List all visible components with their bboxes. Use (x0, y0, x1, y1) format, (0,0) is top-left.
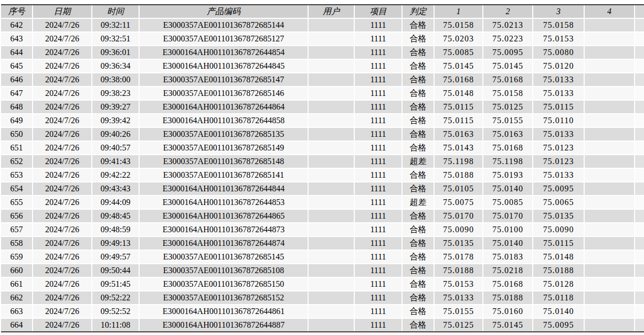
cell-code: E3000164AH001101367872644845 (139, 59, 308, 73)
cell-judge: 合格 (402, 46, 434, 59)
cell-m2: 75.0095 (483, 46, 533, 59)
cell-time: 09:52:52 (92, 305, 139, 318)
cell-time: 09:43:43 (92, 182, 139, 196)
cell-m4 (584, 277, 635, 291)
cell-seq: 657 (1, 223, 33, 236)
cell-seq: 643 (1, 32, 33, 46)
table-row[interactable]: 6522024/7/2609:41:43E3000357AE0011013678… (1, 155, 644, 168)
cell-judge: 合格 (402, 141, 434, 155)
cell-m3: 75.0123 (533, 141, 584, 155)
table-header: 序号日期时间产品编码用户项目判定1234 (1, 5, 644, 18)
cell-time: 09:42:22 (92, 168, 139, 182)
cell-edge-cutoff (635, 127, 644, 141)
table-row[interactable]: 6512024/7/2609:40:57E3000357AE0011013678… (1, 141, 644, 155)
cell-code: E3000357AE001101367872685145 (139, 250, 308, 264)
table-row[interactable]: 6542024/7/2609:43:43E3000164AH0011013678… (1, 182, 644, 196)
table-row[interactable]: 6552024/7/2609:44:09E3000164AH0011013678… (1, 196, 644, 209)
cell-code: E3000357AE001101367872685149 (139, 141, 308, 155)
cell-m2: 75.0140 (483, 236, 533, 250)
cell-seq: 660 (1, 264, 33, 277)
cell-edge-cutoff (635, 277, 644, 291)
column-header-time: 时间 (92, 5, 139, 18)
table-row[interactable]: 6622024/7/2609:52:22E3000357AE0011013678… (1, 291, 644, 305)
table-row[interactable]: 6632024/7/2609:52:52E3000164AH0011013678… (1, 305, 644, 318)
cell-m3: 75.0120 (533, 59, 584, 73)
cell-edge-cutoff (635, 73, 644, 87)
cell-m1: 75.0115 (434, 100, 483, 114)
cell-code: E3000357AE001101367872685147 (139, 73, 308, 87)
cell-time: 09:40:57 (92, 141, 139, 155)
cell-m1: 75.0105 (434, 182, 483, 196)
table-row[interactable]: 6432024/7/2609:32:51E3000357AE0011013678… (1, 32, 644, 46)
cell-m4 (584, 46, 635, 59)
table-row[interactable]: 6612024/7/2609:51:45E3000357AE0011013678… (1, 277, 644, 291)
cell-user (308, 141, 354, 155)
table-row[interactable]: 6582024/7/2609:49:13E3000164AH0011013678… (1, 236, 644, 250)
cell-judge: 合格 (402, 32, 434, 46)
cell-seq: 659 (1, 250, 33, 264)
cell-edge-cutoff (635, 236, 644, 250)
cell-user (308, 182, 354, 196)
table-row[interactable]: 6482024/7/2609:39:27E3000164AH0011013678… (1, 100, 644, 114)
cell-edge-cutoff (635, 250, 644, 264)
cell-m1: 75.0090 (434, 223, 483, 236)
cell-edge-cutoff (635, 209, 644, 223)
table-row[interactable]: 6592024/7/2609:49:57E3000357AE0011013678… (1, 250, 644, 264)
cell-user (308, 318, 354, 331)
cell-time: 09:51:45 (92, 277, 139, 291)
cell-judge: 合格 (402, 318, 434, 331)
cell-m3: 75.0118 (533, 291, 584, 305)
cell-project: 1111 (354, 291, 402, 305)
cell-m1: 75.0168 (434, 73, 483, 87)
cell-edge-cutoff (635, 291, 644, 305)
table-row[interactable]: 6442024/7/2609:36:01E3000164AH0011013678… (1, 46, 644, 59)
cell-project: 1111 (354, 141, 402, 155)
table-row[interactable]: 6502024/7/2609:40:26E3000357AE0011013678… (1, 127, 644, 141)
column-header-project: 项目 (354, 5, 402, 18)
cell-time: 09:36:01 (92, 46, 139, 59)
table-row[interactable]: 6472024/7/2609:38:23E3000357AE0011013678… (1, 87, 644, 100)
column-header-seq: 序号 (1, 5, 33, 18)
cell-user (308, 277, 354, 291)
cell-time: 09:32:51 (92, 32, 139, 46)
table-row[interactable]: 6572024/7/2609:48:59E3000164AH0011013678… (1, 223, 644, 236)
cell-edge-cutoff (635, 155, 644, 168)
cell-m2: 75.0155 (483, 114, 533, 127)
cell-m4 (584, 127, 635, 141)
cell-time: 09:49:57 (92, 250, 139, 264)
cell-m2: 75.0160 (483, 305, 533, 318)
cell-m1: 75.1198 (434, 155, 483, 168)
cell-code: E3000357AE001101367872685135 (139, 127, 308, 141)
table-row[interactable]: 6642024/7/2610:11:08E3000164AH0011013678… (1, 318, 644, 331)
cell-m4 (584, 73, 635, 87)
cell-project: 1111 (354, 305, 402, 318)
cell-m2: 75.0085 (483, 196, 533, 209)
table-row[interactable]: 6422024/7/2609:32:11E3000357AE0011013678… (1, 18, 644, 32)
cell-m1: 75.0115 (434, 114, 483, 127)
cell-m4 (584, 168, 635, 182)
table-row[interactable]: 6602024/7/2609:50:44E3000357AE0011013678… (1, 264, 644, 277)
cell-time: 09:48:59 (92, 223, 139, 236)
cell-project: 1111 (354, 168, 402, 182)
cell-m1: 75.0075 (434, 196, 483, 209)
cell-project: 1111 (354, 114, 402, 127)
cell-m1: 75.0203 (434, 32, 483, 46)
table-row[interactable]: 6492024/7/2609:39:42E3000164AH0011013678… (1, 114, 644, 127)
table-row[interactable]: 6452024/7/2609:36:34E3000164AH0011013678… (1, 59, 644, 73)
cell-time: 09:44:09 (92, 196, 139, 209)
cell-user (308, 59, 354, 73)
table-row[interactable]: 6462024/7/2609:38:00E3000357AE0011013678… (1, 73, 644, 87)
table-row[interactable]: 6532024/7/2609:42:22E3000357AE0011013678… (1, 168, 644, 182)
table-row[interactable]: 6562024/7/2609:48:45E3000164AH0011013678… (1, 209, 644, 223)
cell-m4 (584, 18, 635, 32)
cell-m3: 75.0095 (533, 182, 584, 196)
cell-m3: 75.0140 (533, 305, 584, 318)
cell-seq: 654 (1, 182, 33, 196)
cell-seq: 661 (1, 277, 33, 291)
cell-code: E3000164AH001101367872644844 (139, 182, 308, 196)
cell-edge-cutoff (635, 182, 644, 196)
cell-edge-cutoff (635, 114, 644, 127)
cell-user (308, 223, 354, 236)
cell-time: 09:52:22 (92, 291, 139, 305)
cell-time: 09:48:45 (92, 209, 139, 223)
